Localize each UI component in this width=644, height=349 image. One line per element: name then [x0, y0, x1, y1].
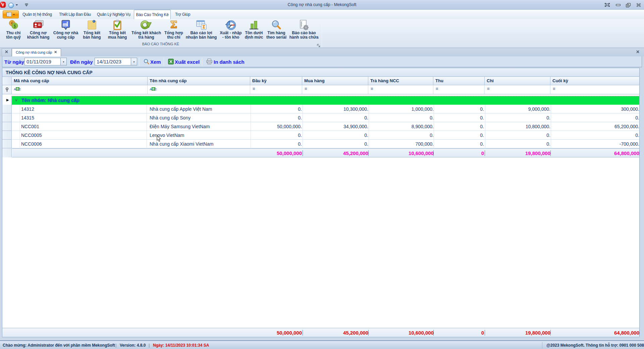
svg-text:$: $ — [14, 24, 16, 29]
